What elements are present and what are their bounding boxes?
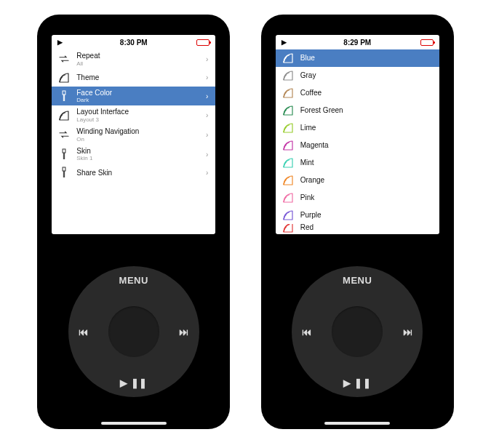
row-labels: Face ColorDark bbox=[76, 89, 206, 104]
row-labels: Magenta bbox=[300, 141, 432, 150]
row-labels: Gray bbox=[300, 71, 432, 80]
brush-icon bbox=[57, 166, 71, 179]
color-label: Blue bbox=[300, 54, 432, 63]
row-label: Layout Interface bbox=[76, 108, 206, 116]
color-list: BlueGrayCoffeeForest GreenLimeMagentaMin… bbox=[276, 49, 439, 234]
row-label: Skin bbox=[76, 147, 206, 156]
chevron-right-icon: › bbox=[206, 55, 208, 63]
device-right: ▶ 8:29 PM BlueGrayCoffeeForest GreenLime… bbox=[261, 15, 454, 429]
row-labels: Layout InterfaceLayout 3 bbox=[76, 108, 206, 123]
settings-row[interactable]: SkinSkin 1› bbox=[52, 145, 215, 164]
chevron-right-icon: › bbox=[206, 169, 208, 177]
screen-left: ▶ 8:30 PM RepeatAll›Theme›Face ColorDark… bbox=[52, 35, 215, 234]
wheel-prev-button[interactable]: ⏮ bbox=[302, 327, 312, 337]
row-sublabel: On bbox=[76, 136, 206, 143]
color-label: Coffee bbox=[300, 89, 432, 97]
color-label: Red bbox=[300, 224, 432, 231]
row-labels: Coffee bbox=[300, 89, 432, 97]
wheel-playpause-button[interactable]: ▶ ❚❚ bbox=[343, 377, 371, 388]
fan-icon bbox=[57, 71, 71, 84]
row-labels: Mint bbox=[300, 159, 432, 167]
screen-right: ▶ 8:29 PM BlueGrayCoffeeForest GreenLime… bbox=[276, 35, 439, 234]
color-fan-icon bbox=[282, 121, 295, 135]
color-fan-icon bbox=[282, 209, 295, 222]
nowplaying-icon: ▶ bbox=[282, 39, 287, 46]
settings-row[interactable]: Face ColorDark› bbox=[52, 87, 215, 106]
home-indicator bbox=[101, 422, 167, 425]
chevron-right-icon: › bbox=[206, 73, 208, 81]
row-labels: Share Skin bbox=[76, 169, 206, 177]
wheel-playpause-button[interactable]: ▶ ❚❚ bbox=[120, 377, 148, 388]
wheel-select-button[interactable] bbox=[332, 306, 383, 357]
color-label: Gray bbox=[300, 71, 432, 80]
chevron-right-icon: › bbox=[206, 151, 208, 159]
settings-row[interactable]: Share Skin› bbox=[52, 164, 215, 181]
row-labels: Red bbox=[300, 224, 432, 231]
color-row[interactable]: Red bbox=[276, 224, 439, 233]
color-row[interactable]: Orange bbox=[276, 172, 439, 189]
settings-row[interactable]: Layout InterfaceLayout 3› bbox=[52, 105, 215, 125]
wheel-next-button[interactable]: ⏭ bbox=[179, 327, 189, 337]
color-label: Forest Green bbox=[300, 106, 432, 115]
clickwheel[interactable]: MENU ⏮ ⏭ ▶ ❚❚ bbox=[292, 266, 423, 397]
battery-icon bbox=[196, 39, 209, 46]
color-row[interactable]: Magenta bbox=[276, 137, 439, 154]
wheel-next-button[interactable]: ⏭ bbox=[403, 327, 413, 337]
color-fan-icon bbox=[282, 104, 295, 117]
color-row[interactable]: Purple bbox=[276, 207, 439, 224]
color-row[interactable]: Mint bbox=[276, 154, 439, 172]
color-label: Lime bbox=[300, 124, 432, 132]
color-fan-icon bbox=[282, 156, 295, 169]
wheel-menu-button[interactable]: MENU bbox=[343, 275, 372, 286]
row-label: Winding Navigation bbox=[76, 127, 206, 136]
battery-icon bbox=[420, 39, 434, 46]
settings-list: RepeatAll›Theme›Face ColorDark›Layout In… bbox=[52, 49, 215, 234]
status-time: 8:30 PM bbox=[120, 39, 148, 47]
color-fan-icon bbox=[282, 191, 295, 204]
row-labels: Blue bbox=[300, 54, 432, 63]
nowplaying-icon: ▶ bbox=[57, 39, 63, 46]
clickwheel[interactable]: MENU ⏮ ⏭ ▶ ❚❚ bbox=[68, 266, 199, 397]
row-sublabel: All bbox=[76, 60, 206, 67]
brush-icon bbox=[57, 89, 71, 103]
color-row[interactable]: Gray bbox=[276, 67, 439, 84]
color-row[interactable]: Blue bbox=[276, 49, 439, 67]
color-fan-icon bbox=[282, 224, 295, 233]
status-time: 8:29 PM bbox=[343, 39, 371, 47]
row-sublabel: Skin 1 bbox=[76, 155, 206, 161]
repeat-icon bbox=[57, 52, 71, 65]
color-label: Mint bbox=[300, 159, 432, 167]
settings-row[interactable]: RepeatAll› bbox=[52, 49, 215, 69]
color-label: Purple bbox=[300, 211, 432, 220]
row-labels: SkinSkin 1 bbox=[76, 147, 206, 162]
home-indicator bbox=[324, 422, 390, 425]
row-labels: Orange bbox=[300, 176, 432, 185]
color-row[interactable]: Pink bbox=[276, 189, 439, 207]
row-labels: Pink bbox=[300, 193, 432, 202]
color-label: Pink bbox=[300, 193, 432, 202]
wheel-prev-button[interactable]: ⏮ bbox=[79, 327, 89, 337]
settings-row[interactable]: Theme› bbox=[52, 69, 215, 87]
row-label: Share Skin bbox=[76, 169, 206, 177]
color-row[interactable]: Coffee bbox=[276, 84, 439, 102]
statusbar: ▶ 8:30 PM bbox=[52, 35, 215, 49]
color-row[interactable]: Forest Green bbox=[276, 102, 439, 119]
wheel-menu-button[interactable]: MENU bbox=[119, 275, 148, 286]
color-fan-icon bbox=[282, 69, 295, 82]
color-row[interactable]: Lime bbox=[276, 119, 439, 137]
settings-row[interactable]: Winding NavigationOn› bbox=[52, 125, 215, 145]
row-labels: Winding NavigationOn bbox=[76, 127, 206, 143]
row-labels: Lime bbox=[300, 124, 432, 132]
statusbar: ▶ 8:29 PM bbox=[276, 35, 439, 49]
chevron-right-icon: › bbox=[206, 111, 208, 119]
device-left: ▶ 8:30 PM RepeatAll›Theme›Face ColorDark… bbox=[37, 15, 230, 429]
color-fan-icon bbox=[282, 174, 295, 187]
color-fan-icon bbox=[282, 87, 295, 100]
row-labels: Forest Green bbox=[300, 106, 432, 115]
chevron-right-icon: › bbox=[206, 131, 208, 139]
fan-icon bbox=[57, 109, 71, 122]
row-labels: Purple bbox=[300, 211, 432, 220]
wheel-select-button[interactable] bbox=[108, 306, 159, 357]
row-label: Repeat bbox=[76, 52, 206, 60]
color-label: Orange bbox=[300, 176, 432, 185]
